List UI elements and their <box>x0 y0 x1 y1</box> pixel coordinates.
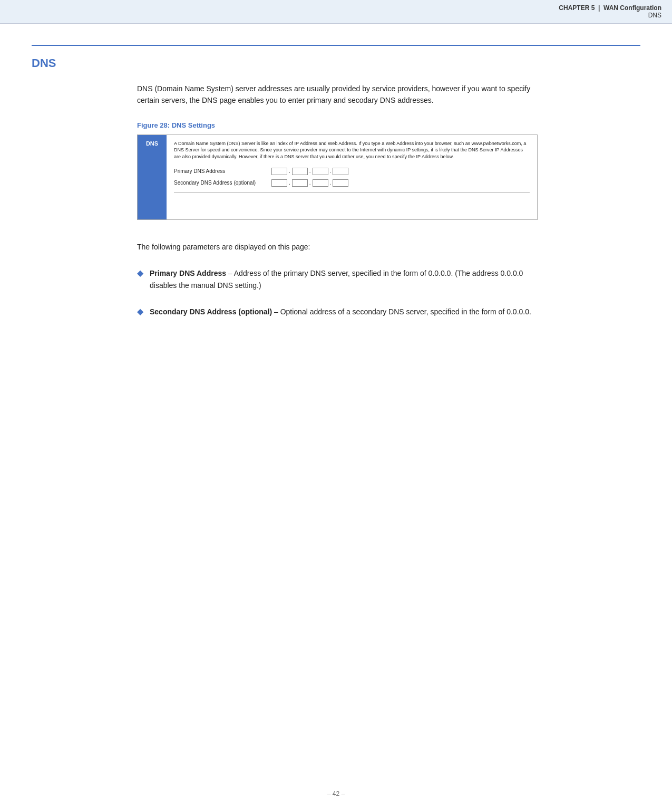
bullet-list: ◆ Primary DNS Address – Address of the p… <box>137 267 538 318</box>
chapter-label: CHAPTER 5 | WAN Configuration <box>559 4 661 12</box>
dns-screenshot-inner: DNS A Domain Name System (DNS) Server is… <box>138 135 537 219</box>
bullet-text-primary: Primary DNS Address – Address of the pri… <box>150 267 538 291</box>
secondary-octet-4 <box>333 179 348 187</box>
primary-dns-inputs: . . . <box>271 168 348 175</box>
primary-dns-row: Primary DNS Address . . . <box>174 168 530 175</box>
bullet-text-secondary: Secondary DNS Address (optional) – Optio… <box>150 306 538 318</box>
chapter-title: WAN Configuration <box>603 4 661 12</box>
dns-description-text: A Domain Name System (DNS) Server is lik… <box>174 140 530 160</box>
secondary-dns-row: Secondary DNS Address (optional) . . . <box>174 179 530 187</box>
body-text: The following parameters are displayed o… <box>137 241 538 253</box>
page-header: CHAPTER 5 | WAN Configuration DNS <box>0 0 672 24</box>
secondary-dns-label: Secondary DNS Address (optional) <box>174 180 271 186</box>
secondary-octet-2 <box>292 179 308 187</box>
bullet-bold-primary: Primary DNS Address <box>150 269 226 277</box>
bullet-rest-secondary: – Optional address of a secondary DNS se… <box>272 307 531 316</box>
intro-text: DNS (Domain Name System) server addresse… <box>137 83 538 107</box>
secondary-dns-inputs: . . . <box>271 179 348 187</box>
primary-octet-2 <box>292 168 308 175</box>
header-page-section: DNS <box>648 12 661 19</box>
bullet-diamond-2: ◆ <box>137 306 143 316</box>
section-heading: DNS <box>32 56 640 70</box>
page-footer: – 42 – <box>0 790 672 797</box>
secondary-octet-3 <box>313 179 328 187</box>
primary-octet-3 <box>313 168 328 175</box>
chapter-number: CHAPTER 5 <box>559 4 595 12</box>
dns-sidebar-label: DNS <box>146 140 158 147</box>
bullet-item-secondary: ◆ Secondary DNS Address (optional) – Opt… <box>137 306 538 318</box>
header-separator: | <box>598 4 600 12</box>
primary-dns-label: Primary DNS Address <box>174 168 271 174</box>
primary-octet-4 <box>333 168 348 175</box>
secondary-octet-1 <box>271 179 287 187</box>
bullet-diamond-1: ◆ <box>137 268 143 278</box>
bullet-item-primary: ◆ Primary DNS Address – Address of the p… <box>137 267 538 291</box>
dns-screenshot-box: DNS A Domain Name System (DNS) Server is… <box>137 134 538 220</box>
figure-label: Figure 28: DNS Settings <box>137 121 640 129</box>
dns-content-area: A Domain Name System (DNS) Server is lik… <box>167 135 537 219</box>
bullet-bold-secondary: Secondary DNS Address (optional) <box>150 307 272 316</box>
main-content: DNS DNS (Domain Name System) server addr… <box>0 24 672 364</box>
section-divider <box>32 45 640 46</box>
primary-octet-1 <box>271 168 287 175</box>
page-number: – 42 – <box>327 790 345 797</box>
header-right: CHAPTER 5 | WAN Configuration DNS <box>559 4 661 19</box>
dns-blue-sidebar: DNS <box>138 135 167 219</box>
dns-separator-line <box>174 192 530 193</box>
